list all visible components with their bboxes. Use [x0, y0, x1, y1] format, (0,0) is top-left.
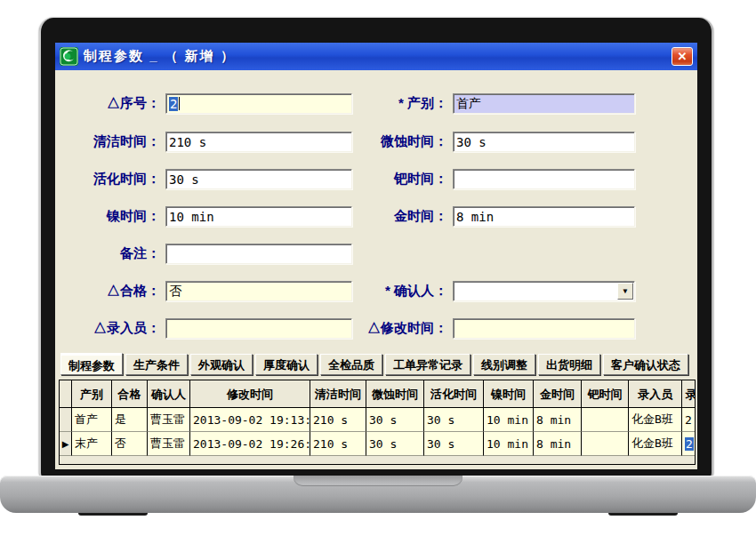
grid-cell[interactable]: 210 s	[310, 408, 366, 432]
dialog-window: 制程参数 _ （ 新增 ） ✕ △序号： 2 清洁时间： 210 s 活化时间：…	[55, 43, 697, 469]
table-row[interactable]: 首产是曹玉雷2013-09-02 19:13:03210 s30 s30 s10…	[60, 408, 696, 432]
records-grid: 产别合格确认人修改时间清洁时间微蚀时间活化时间镍时间金时间钯时间录入员录入时间首…	[59, 380, 696, 465]
field-serial: △序号： 2	[64, 93, 352, 114]
grid-header-9[interactable]: 金时间	[534, 380, 582, 407]
tab-5[interactable]: 全检品质	[320, 354, 382, 375]
tab-1[interactable]: 制程参数	[60, 353, 123, 375]
qualified-label: △合格：	[64, 283, 160, 300]
grid-header-7[interactable]: 活化时间	[424, 380, 484, 407]
serial-input[interactable]: 2	[165, 93, 352, 114]
serial-label: △序号：	[64, 95, 160, 112]
field-gold-time: 金时间： 8 min	[362, 206, 635, 227]
grid-cell[interactable]: 否	[112, 432, 148, 456]
grid-header-6[interactable]: 微蚀时间	[366, 380, 424, 407]
text-caret	[179, 97, 180, 110]
grid-cell[interactable]: 末产	[72, 432, 112, 456]
palladium-time-label: 钯时间：	[362, 171, 447, 188]
confirmer-select[interactable]: ▼	[453, 281, 635, 301]
palladium-time-input[interactable]	[453, 169, 635, 189]
field-modify-time: △修改时间：	[362, 318, 635, 339]
entry-person-label: △录入员：	[64, 320, 160, 337]
grid-cell[interactable]: 是	[112, 408, 148, 432]
grid-cell[interactable]: 30 s	[424, 408, 484, 432]
grid-header-11[interactable]: 录入员	[629, 380, 682, 407]
nickel-time-input[interactable]: 10 min	[165, 206, 352, 227]
modify-time-input[interactable]	[453, 318, 635, 339]
tab-3[interactable]: 外观确认	[190, 354, 253, 375]
serial-value: 2	[169, 97, 178, 111]
grid-header-row: 产别合格确认人修改时间清洁时间微蚀时间活化时间镍时间金时间钯时间录入员录入时间	[60, 380, 696, 408]
tab-7[interactable]: 线别调整	[473, 354, 535, 375]
grid-header-4[interactable]: 修改时间	[190, 380, 310, 407]
activation-time-input[interactable]: 30 s	[165, 169, 352, 189]
grid-header-1[interactable]: 产别	[72, 380, 112, 407]
table-row[interactable]: ▶末产否曹玉雷2013-09-02 19:26:23210 s30 s30 s1…	[60, 432, 696, 456]
laptop-base	[0, 476, 756, 513]
remark-input[interactable]	[165, 244, 352, 264]
grid-cell[interactable]: 8 min	[534, 408, 582, 432]
field-product-type: * 产别： 首产	[362, 93, 635, 114]
laptop-latch-notch	[294, 476, 462, 486]
field-qualified: △合格： 否	[64, 281, 352, 301]
grid-header-8[interactable]: 镍时间	[484, 380, 534, 407]
title-bar[interactable]: 制程参数 _ （ 新增 ） ✕	[55, 43, 697, 70]
activation-time-label: 活化时间：	[64, 171, 160, 188]
grid-cell[interactable]: 210 s	[310, 432, 366, 456]
field-palladium-time: 钯时间：	[362, 169, 635, 189]
entry-person-input[interactable]	[165, 318, 352, 339]
grid-cell[interactable]: 30 s	[366, 408, 424, 432]
grid-cell[interactable]: 10 min	[484, 432, 534, 456]
field-remark: 备注：	[64, 244, 352, 264]
grid-cell[interactable]: 10 min	[484, 408, 534, 432]
grid-header-10[interactable]: 钯时间	[582, 380, 629, 407]
field-confirmer: * 确认人： ▼	[362, 281, 635, 301]
modify-time-label: △修改时间：	[362, 320, 447, 337]
tab-6[interactable]: 工单异常记录	[385, 354, 470, 375]
gold-time-input[interactable]: 8 min	[453, 206, 635, 227]
grid-cell[interactable]: 8 min	[534, 432, 582, 456]
product-type-input[interactable]: 首产	[453, 93, 635, 114]
grid-header-2[interactable]: 合格	[112, 380, 148, 407]
grid-header-5[interactable]: 清洁时间	[310, 380, 366, 407]
tab-9[interactable]: 客户确认状态	[603, 354, 688, 375]
grid-header-12[interactable]: 录入时间	[682, 380, 696, 407]
grid-cell[interactable]: 30 s	[424, 432, 484, 456]
field-clean-time: 清洁时间： 210 s	[64, 132, 352, 152]
grid-cell[interactable]: 化金B班	[629, 432, 682, 456]
gold-time-label: 金时间：	[362, 208, 447, 225]
confirmer-label: * 确认人：	[362, 283, 447, 300]
grid-cell[interactable]: 曹玉雷	[148, 408, 190, 432]
qualified-input[interactable]: 否	[165, 281, 352, 301]
row-selector-cell[interactable]: ▶	[60, 432, 72, 456]
microetch-time-input[interactable]: 30 s	[453, 132, 635, 152]
tab-2[interactable]: 生产条件	[125, 354, 188, 375]
grid-cell[interactable]: 30 s	[366, 432, 424, 456]
close-button[interactable]: ✕	[672, 47, 693, 66]
grid-cell[interactable]: 化金B班	[629, 408, 682, 432]
grid-cell[interactable]	[582, 432, 629, 456]
window-title: 制程参数 _ （ 新增 ）	[84, 48, 236, 65]
grid-cell[interactable]	[582, 408, 629, 432]
grid-cell[interactable]: 首产	[72, 408, 112, 432]
grid-cell[interactable]: 2013-09-02 19:13:03	[190, 408, 310, 432]
row-selector-cell[interactable]	[60, 408, 72, 432]
clean-time-label: 清洁时间：	[64, 133, 160, 150]
field-activation-time: 活化时间： 30 s	[64, 169, 352, 189]
tab-4[interactable]: 厚度确认	[255, 354, 318, 375]
grid-cell[interactable]: 2	[682, 432, 696, 456]
tab-8[interactable]: 出货明细	[538, 354, 600, 375]
grid-cell[interactable]: 曹玉雷	[148, 432, 190, 456]
grid-header-0[interactable]	[60, 380, 72, 407]
grid-header-3[interactable]: 确认人	[148, 380, 190, 407]
remark-label: 备注：	[64, 245, 160, 262]
grid-cell[interactable]: 2013-09-02 19:26:23	[190, 432, 310, 456]
tab-bar: 制程参数生产条件外观确认厚度确认全检品质工单异常记录线别调整出货明细客户确认状态	[60, 354, 688, 376]
product-type-label: * 产别：	[362, 95, 447, 112]
grid-cell[interactable]: 2	[682, 408, 696, 432]
clean-time-input[interactable]: 210 s	[165, 132, 352, 152]
field-microetch-time: 微蚀时间： 30 s	[362, 132, 635, 152]
dropdown-arrow-icon[interactable]: ▼	[617, 283, 633, 300]
app-icon	[60, 47, 78, 66]
field-nickel-time: 镍时间： 10 min	[64, 206, 352, 227]
field-entry-person: △录入员：	[64, 318, 352, 339]
